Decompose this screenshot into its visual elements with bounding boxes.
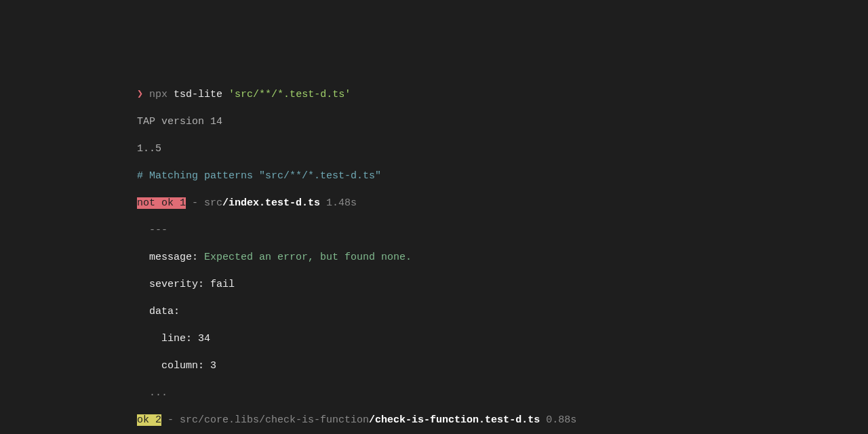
yaml-message: message: Expected an error, but found no… [137,251,601,264]
time: 0.88s [546,414,576,426]
yaml-data: data: [137,305,601,319]
terminal-output: ❯ npx tsd-lite 'src/**/*.test-d.ts' TAP … [137,75,601,434]
yaml-close: ... [137,387,601,400]
result-fail: not ok 1 - src/index.test-d.ts 1.48s [137,197,601,210]
pass-tag: ok 2 [137,414,161,426]
yaml-column: column: 3 [137,359,601,373]
msg-text: Expected an error, but found none. [204,252,412,263]
yaml-line: line: 34 [137,332,601,346]
slash: / [369,414,375,426]
prompt-line: ❯ npx tsd-lite 'src/**/*.test-d.ts' [137,88,601,102]
fail-tag: not ok 1 [137,197,186,209]
msg-label: message: [137,252,204,263]
file: check-is-function.test-d.ts [375,414,540,426]
sep: - [186,197,204,209]
prompt-symbol: ❯ [137,89,143,100]
sep: - [161,414,180,426]
tap-plan: 1..5 [137,142,601,156]
tap-version: TAP version 14 [137,115,601,129]
dir: src/core.libs/check-is-function [180,414,369,426]
yaml-open: --- [137,224,601,237]
matching-comment: # Matching patterns "src/**/*.test-d.ts" [137,170,601,183]
time: 1.48s [326,197,357,209]
command: tsd-lite [174,89,222,100]
yaml-severity: severity: fail [137,278,601,292]
command-arg: 'src/**/*.test-d.ts' [229,89,351,100]
result-pass: ok 2 - src/core.libs/check-is-function/c… [137,414,601,427]
dir: src [204,197,222,209]
npx: npx [149,89,167,100]
slash: / [222,197,229,209]
file: index.test-d.ts [229,197,320,209]
